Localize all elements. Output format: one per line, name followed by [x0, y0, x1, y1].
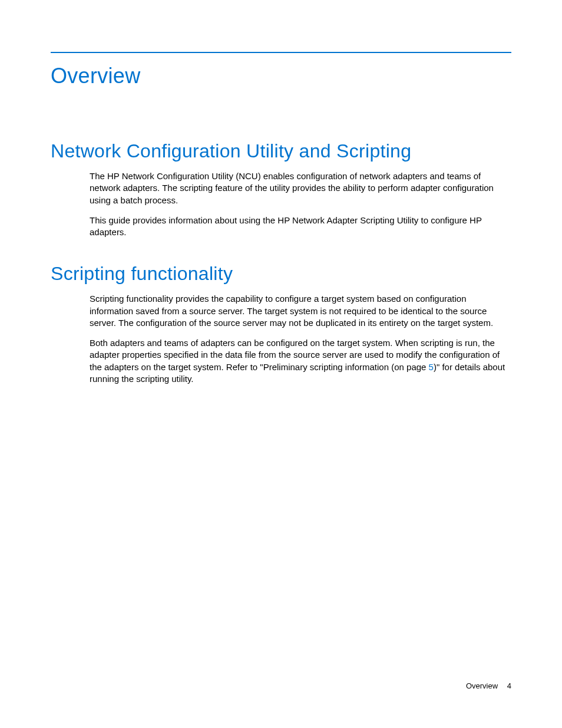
section-body-ncu: The HP Network Configuration Utility (NC…: [51, 170, 511, 238]
footer-page-number: 4: [507, 681, 511, 690]
page-title: Overview: [51, 64, 511, 88]
section-heading-scripting: Scripting functionality: [51, 263, 511, 285]
section-heading-ncu: Network Configuration Utility and Script…: [51, 140, 511, 162]
top-rule: [51, 52, 511, 53]
footer-section: Overview: [466, 681, 498, 690]
paragraph: The HP Network Configuration Utility (NC…: [90, 170, 511, 206]
paragraph: This guide provides information about us…: [90, 215, 511, 239]
page-footer: Overview 4: [466, 681, 511, 690]
paragraph: Scripting functionality provides the cap…: [90, 293, 511, 329]
section-body-scripting: Scripting functionality provides the cap…: [51, 293, 511, 385]
page-link[interactable]: 5: [429, 362, 434, 372]
paragraph: Both adapters and teams of adapters can …: [90, 337, 511, 385]
